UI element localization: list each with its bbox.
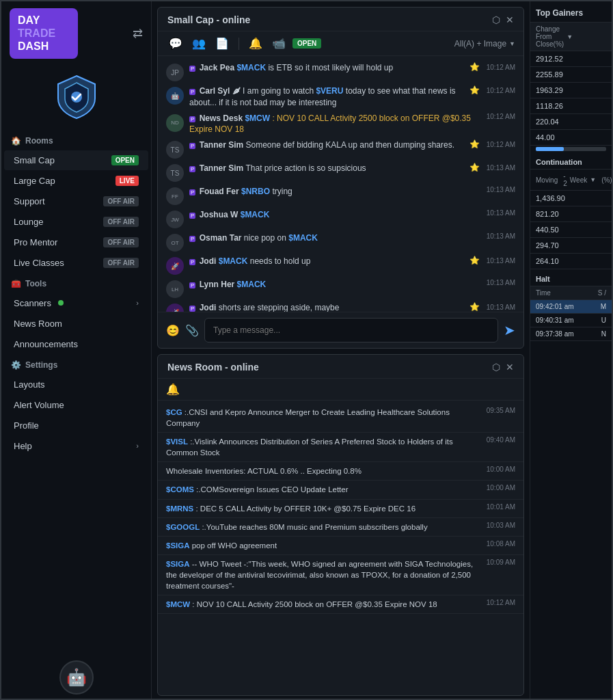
shield-icon	[53, 72, 100, 120]
popout-icon[interactable]: ⬡	[492, 362, 500, 373]
sidebar-item-news-room[interactable]: News Room	[4, 314, 148, 334]
chevron-right-icon: ›	[136, 299, 139, 307]
star-icon: ⭐	[469, 62, 480, 72]
video-icon[interactable]: 📹	[269, 36, 288, 51]
premium-badge: P	[189, 189, 195, 196]
premium-badge: P	[189, 306, 195, 312]
table-row[interactable]: 264.10	[530, 254, 612, 269]
sidebar-item-profile[interactable]: Profile	[4, 416, 148, 435]
emoji-icon[interactable]: 😊	[166, 324, 180, 337]
chat-panel-header: Small Cap - online ⬡ ✕	[158, 8, 523, 31]
sidebar-item-pro-mentor[interactable]: Pro Mentor OFF AIR	[4, 232, 148, 252]
news-panel-header: News Room - online ⬡ ✕	[158, 355, 523, 379]
avatar: ND	[166, 114, 184, 132]
help-label: Help	[14, 441, 32, 451]
sidebar-item-scanners[interactable]: Scanners ›	[4, 293, 148, 313]
bell-icon[interactable]: 🔔	[246, 36, 265, 51]
table-row[interactable]: 1,436.90	[530, 191, 612, 206]
room-label: Large Cap	[14, 176, 55, 186]
table-row: JP P Jack Pea $MACK is ETB so it most li…	[158, 60, 523, 83]
popout-icon[interactable]: ⬡	[492, 14, 500, 25]
list-item: $SIGA pop off WHO agreement 10:08 AM	[158, 537, 523, 555]
shield-container	[1, 66, 151, 131]
chat-panel-title: Small Cap - online	[167, 14, 250, 25]
table-row: 🤖 P Carl Syl 🌶 I am going to watch $VERU…	[158, 83, 523, 111]
sidebar-item-live-classes[interactable]: Live Classes OFF AIR	[4, 253, 148, 273]
cont-dropdown-icon[interactable]: ▼	[590, 176, 596, 183]
table-row[interactable]: 09:40:31 am U	[530, 314, 612, 327]
avatar: 🚀	[166, 257, 184, 275]
table-row[interactable]: 1118.26	[530, 98, 612, 114]
announcements-label: Announcements	[14, 339, 78, 349]
sidebar-item-lounge[interactable]: Lounge OFF AIR	[4, 212, 148, 232]
premium-badge: P	[189, 66, 195, 72]
sidebar-item-small-cap[interactable]: Small Cap OPEN	[4, 150, 148, 170]
users-icon[interactable]: 👥	[189, 36, 208, 51]
star-icon: ⭐	[469, 163, 480, 172]
bot-avatar[interactable]: 🤖	[59, 660, 94, 695]
list-item: $VISL :.Vislink Announces Distribution o…	[158, 433, 523, 462]
refresh-icon[interactable]: ⇄	[133, 26, 143, 41]
table-row: OT P Osman Tar nice pop on $MACK 10:13 A…	[158, 230, 523, 254]
close-icon[interactable]: ✕	[506, 362, 514, 373]
room-label: Lounge	[14, 217, 43, 227]
premium-badge: P	[189, 116, 195, 122]
column-sort-icon[interactable]: ▼	[567, 33, 573, 40]
continuation-filter: Moving - 2 Week ▼ (%)	[530, 170, 612, 191]
sidebar-item-layouts[interactable]: Layouts	[4, 375, 148, 394]
scrollbar-thumb[interactable]	[536, 147, 564, 151]
news-room-label: News Room	[14, 319, 62, 329]
avatar: TS	[166, 164, 184, 182]
continuation-title: Continuation	[530, 152, 612, 170]
close-icon[interactable]: ✕	[506, 14, 514, 25]
list-item: $SIGA -- WHO Tweet -:"This week, WHO sig…	[158, 555, 523, 595]
room-badge-offair: OFF AIR	[103, 258, 139, 268]
table-row[interactable]: 440.50	[530, 222, 612, 238]
avatar: TS	[166, 141, 184, 159]
table-row[interactable]: 294.70	[530, 238, 612, 254]
halt-time-header: Time	[536, 289, 551, 297]
star-icon: ⭐	[469, 256, 480, 265]
sidebar-item-announcements[interactable]: Announcements	[4, 334, 148, 354]
table-row: 🚀 P Jodi $MACK needs to hold up ⭐ 10:13 …	[158, 254, 523, 277]
avatar: FF	[166, 187, 184, 205]
room-badge-offair: OFF AIR	[103, 237, 139, 247]
sidebar-item-help[interactable]: Help ›	[4, 436, 148, 456]
avatar: OT	[166, 234, 184, 252]
table-row[interactable]: 220.04	[530, 114, 612, 130]
logo-text: DAY TRADE DASH	[18, 14, 70, 53]
messages-container: JP P Jack Pea $MACK is ETB so it most li…	[158, 56, 523, 312]
premium-badge: P	[189, 213, 195, 219]
table-row[interactable]: 1963.29	[530, 83, 612, 98]
room-badge-open: OPEN	[111, 155, 139, 165]
sidebar-item-large-cap[interactable]: Large Cap LIVE	[4, 171, 148, 191]
table-row[interactable]: 2912.52	[530, 51, 612, 67]
premium-badge: P	[189, 166, 195, 172]
list-item: $MCW : NOV 10 CALL Activity 2500 block o…	[158, 595, 523, 614]
chat-icon[interactable]: 💬	[166, 36, 185, 51]
table-row[interactable]: 09:42:01 am M	[530, 300, 612, 314]
table-row: 🚀 P Jodi shorts are stepping aside, mayb…	[158, 300, 523, 312]
table-row[interactable]: 2255.89	[530, 67, 612, 83]
document-icon[interactable]: 📄	[213, 36, 232, 51]
sidebar-item-alert-volume[interactable]: Alert Volume	[4, 395, 148, 415]
table-row[interactable]: 09:37:38 am N	[530, 327, 612, 341]
halt-symbol-header: S /	[598, 289, 606, 297]
filter-dropdown[interactable]: All(A) + Image ▼	[454, 39, 515, 49]
avatar: JW	[166, 211, 184, 228]
table-row[interactable]: 821.20	[530, 206, 612, 222]
send-button[interactable]: ➤	[504, 322, 515, 338]
attachment-icon[interactable]: 📎	[185, 324, 199, 337]
table-row[interactable]: 44.00	[530, 130, 612, 146]
table-row: JW P Joshua W $MACK 10:13 AM	[158, 207, 523, 230]
chat-input[interactable]	[204, 318, 498, 342]
table-row: TS P Tanner Sim Someone def bidding KALA…	[158, 137, 523, 161]
scanner-active-dot	[58, 300, 64, 306]
scanners-label: Scanners	[14, 298, 51, 308]
premium-badge: P	[189, 282, 195, 288]
room-label: Support	[14, 196, 45, 206]
sidebar-item-support[interactable]: Support OFF AIR	[4, 191, 148, 211]
table-row: FF P Fouad Fer $NRBO trying 10:13 AM	[158, 184, 523, 207]
settings-list: Layouts Alert Volume Profile Help ›	[1, 374, 151, 457]
toolbar-divider	[239, 38, 239, 50]
